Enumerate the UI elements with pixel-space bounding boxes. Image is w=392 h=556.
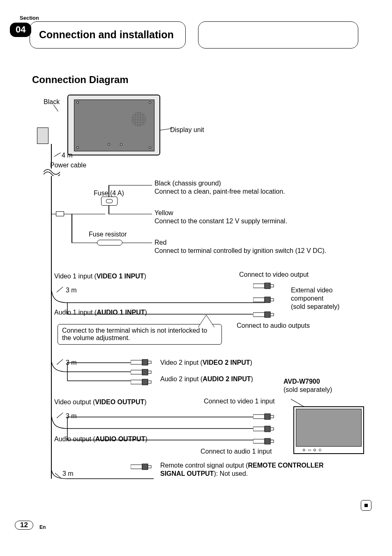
- svg-rect-25: [265, 438, 270, 444]
- svg-rect-7: [265, 312, 270, 317]
- label-black-chassis: Black (chassis ground) Connect to a clea…: [154, 179, 285, 196]
- label-model: AVD-W7900 (sold separately): [284, 378, 332, 394]
- display-unit-icon: [67, 95, 160, 155]
- label-3m-4: 3 m: [62, 470, 74, 478]
- rca-connector-icon: [131, 359, 152, 366]
- rca-connector-icon: [131, 378, 152, 386]
- svg-rect-1: [265, 283, 270, 289]
- label-yellow: Yellow Connect to the constant 12 V supp…: [154, 209, 287, 225]
- label-video-output: Video output (VIDEO OUTPUT): [54, 398, 147, 406]
- callout-volume-note: Connect to the terminal which is not int…: [58, 324, 222, 345]
- svg-rect-0: [253, 284, 265, 288]
- svg-rect-18: [253, 415, 265, 419]
- svg-rect-22: [265, 426, 270, 432]
- svg-rect-16: [142, 379, 148, 385]
- svg-rect-15: [131, 380, 142, 384]
- svg-rect-2: [270, 285, 274, 287]
- label-3m-2: 3 m: [66, 359, 77, 367]
- connection-diagram: Black Display unit 4 m Power cable Fuse …: [32, 90, 361, 493]
- rca-connector-icon: [131, 463, 152, 470]
- label-3m-3: 3 m: [66, 412, 77, 420]
- svg-rect-5: [270, 299, 274, 301]
- svg-rect-6: [253, 313, 265, 317]
- fuse-resistor-icon: [97, 240, 122, 246]
- svg-rect-13: [142, 369, 148, 375]
- page-number: 12: [15, 521, 33, 530]
- label-4m: 4 m: [62, 151, 73, 160]
- label-audio2-input: Audio 2 input (AUDIO 2 INPUT): [160, 375, 253, 383]
- svg-rect-24: [253, 439, 265, 443]
- display-connector-icon: [37, 127, 48, 144]
- svg-rect-11: [148, 361, 151, 364]
- rca-connector-icon: [253, 425, 274, 433]
- language-label: En: [39, 524, 46, 530]
- label-fuse-resistor: Fuse resistor: [89, 230, 127, 239]
- svg-rect-9: [131, 360, 142, 364]
- svg-rect-4: [265, 297, 270, 303]
- second-display-icon: ⊖ ▭ ⊖ ⊙: [293, 406, 364, 454]
- fuse-icon: [101, 197, 118, 206]
- label-power-cable: Power cable: [50, 161, 86, 169]
- section-title-pill: Connection and installation: [30, 21, 186, 49]
- label-connect-video-output: Connect to video output: [239, 271, 309, 279]
- svg-rect-19: [265, 414, 270, 419]
- label-video1-input: Video 1 input (VIDEO 1 INPUT): [54, 272, 146, 280]
- svg-rect-26: [270, 440, 274, 442]
- label-display-unit: Display unit: [170, 126, 204, 134]
- rca-connector-icon: [131, 368, 152, 376]
- label-audio1-input: Audio 1 input (AUDIO 1 INPUT): [54, 308, 147, 317]
- svg-rect-28: [142, 464, 148, 470]
- label-remote-output: Remote control signal output (REMOTE CON…: [160, 461, 341, 478]
- section-title: Connection and installation: [39, 29, 174, 41]
- svg-rect-8: [270, 313, 274, 316]
- label-3m-1: 3 m: [66, 286, 77, 294]
- blank-pill: [198, 21, 358, 49]
- svg-rect-23: [270, 428, 274, 430]
- svg-rect-27: [131, 465, 142, 469]
- svg-rect-29: [148, 466, 151, 468]
- label-audio-output: Audio output (AUDIO OUTPUT): [54, 435, 148, 443]
- callout-arrow-icon: [198, 315, 214, 328]
- svg-rect-21: [253, 427, 265, 431]
- rca-connector-icon: [253, 282, 274, 290]
- svg-rect-10: [142, 359, 148, 365]
- label-connect-audio1-input: Connect to audio 1 input: [201, 447, 272, 456]
- svg-rect-3: [253, 298, 265, 302]
- label-connect-video1-input: Connect to video 1 input: [204, 397, 275, 405]
- label-fuse: Fuse (4 A): [94, 189, 124, 197]
- rca-connector-icon: [253, 296, 274, 303]
- end-section-icon: [361, 500, 371, 511]
- svg-rect-17: [148, 381, 151, 383]
- rca-connector-icon: [253, 311, 274, 318]
- section-label: Section: [20, 15, 39, 21]
- label-connect-audio-outputs: Connect to audio outputs: [237, 322, 310, 330]
- diagram-heading: Connection Diagram: [32, 74, 129, 86]
- label-red: Red Connect to terminal controlled by ig…: [154, 239, 326, 255]
- splice-icon: [56, 211, 64, 216]
- label-external-video: External video component (sold separatel…: [291, 286, 339, 311]
- svg-rect-12: [131, 370, 142, 374]
- label-black: Black: [44, 98, 60, 106]
- rca-connector-icon: [253, 438, 274, 445]
- rca-connector-icon: [253, 413, 274, 420]
- svg-rect-20: [270, 415, 274, 418]
- svg-rect-14: [148, 371, 151, 373]
- label-video2-input: Video 2 input (VIDEO 2 INPUT): [160, 359, 252, 367]
- section-number-badge: 04: [10, 23, 31, 37]
